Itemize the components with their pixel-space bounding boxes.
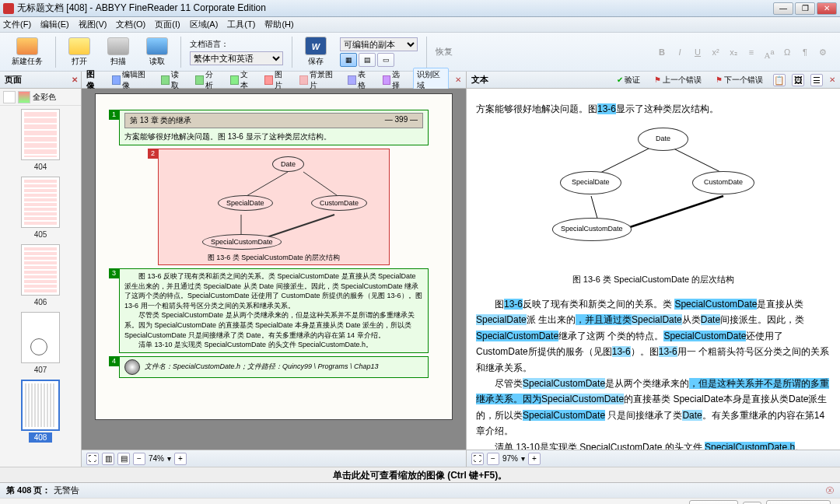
workspace: 页面 ✕ 全彩色 404 405 406 407 408 图像 编辑图像 读取 … [0,72,840,467]
menu-view[interactable]: 视图(V) [79,19,107,30]
status-close-icon[interactable]: ⓧ [826,485,834,496]
prev-error-button[interactable]: ⚑上一个错误 [650,73,705,87]
page-color-icon[interactable] [18,91,30,103]
text-zoom-dropdown-icon[interactable]: ▾ [521,454,525,463]
separator [426,37,427,68]
text-zoom-out-button[interactable]: − [487,453,499,465]
close-button[interactable]: ✕ [817,2,837,15]
options-button[interactable]: ⚙ [815,45,831,59]
thumb-405[interactable]: 405 [3,177,78,240]
minimize-button[interactable]: — [773,2,793,15]
separator [55,37,56,68]
t-node-sd: SpecialDate [560,171,621,194]
expand-button[interactable]: ⛶ [86,453,99,465]
layout-v-button[interactable]: ▤ [117,453,130,465]
zone-4-file[interactable]: 4 文件名：SpecialCustomDate.h；文件路径：Quincy99 … [119,356,429,378]
back-button[interactable]: ≤ [743,502,761,505]
pages-panel: 页面 ✕ 全彩色 404 405 406 407 408 [0,72,82,467]
view-mode-2[interactable]: ▤ [359,53,376,67]
file-line: 文件名：SpecialCustomDate.h；文件路径：Quincy99 \ … [145,362,379,372]
pages-header: 页面 ✕ [0,72,81,89]
scanned-page: 1 第 13 章 类的继承— 399 — 方案能够很好地解决问题。图 13-6 … [95,93,453,420]
zone-2-picture[interactable]: 2 Date SpecialDate CustomDate SpecialCus… [158,149,390,265]
image-viewport[interactable]: 1 第 13 章 类的继承— 399 — 方案能够很好地解决问题。图 13-6 … [82,89,466,450]
zoom-out-button[interactable]: − [133,453,145,465]
new-task-label: 新建任务 [12,56,43,67]
hint-bar[interactable]: 单击此处可查看缩放的图像 (Ctrl 键+F5)。 [0,467,840,482]
sub-button[interactable]: x₂ [726,45,741,59]
language-select[interactable]: 繁体中文和英语 [190,51,283,65]
thumbnails[interactable]: 404 405 406 407 408 [0,106,81,467]
separator [180,37,181,68]
text-fig-caption: 图 13-6 类 SpecialCustomDate 的层次结构 [476,272,831,287]
omega-button[interactable]: Ω [779,45,795,59]
read-icon [146,37,168,55]
text-para2: 图13-6反映了现有类和新类之间的关系。类 SpecialCustomDate是… [476,296,831,376]
zoom-dropdown-icon[interactable]: ▾ [167,454,171,463]
page-tool-1[interactable] [3,91,16,103]
node-scd: SpecialCustomDate [202,234,282,250]
new-task-button[interactable]: 新建任务 [5,35,50,69]
text-zoom-footer: ⛶ − 97% ▾ + [467,450,840,467]
zoom-in-button[interactable]: + [174,453,187,465]
cd-icon [124,359,140,375]
text-close-icon[interactable]: ✕ [829,75,835,84]
layout-select[interactable]: 可编辑的副本 [340,37,418,51]
next-error-button[interactable]: ⚑下一个错误 [712,73,767,87]
window-title: 无标题文档 [408] - ABBYY FineReader 11 Corpor… [17,2,773,15]
menu-document[interactable]: 文档(O) [116,19,145,30]
thumb-num: 406 [29,297,53,307]
verify-button[interactable]: ✔验证 [613,73,644,87]
scan-button[interactable]: 扫描 [100,35,136,69]
svg-line-3 [264,215,334,238]
overflow-button[interactable]: ☰ [810,74,823,86]
layout-h-button[interactable]: ▥ [102,453,114,465]
word-export-button[interactable]: W 保存 [298,35,334,69]
new-task-icon [16,37,38,55]
super-button[interactable]: x² [708,45,723,59]
font-style-button[interactable]: Aa [761,45,777,59]
thumb-404[interactable]: 404 [3,109,78,172]
app-icon [3,3,14,14]
paragraph-button[interactable]: ¶ [797,45,813,59]
zone-1[interactable]: 1 第 13 章 类的继承— 399 — 方案能够很好地解决问题。图 13-6 … [119,110,429,145]
menu-tools[interactable]: 工具(T) [227,19,255,30]
read-button[interactable]: 读取 [139,35,175,69]
next-step-button[interactable]: 下一步(A) > [766,500,831,504]
zoom-value: 74% [149,454,164,463]
underline-button[interactable]: U [690,45,705,59]
language-label: 文档语言： [190,39,283,50]
zone-3[interactable]: 3 图 13-6 反映了现有类和新类之间的关系。类 SpecialCustomD… [119,268,429,353]
menu-edit[interactable]: 编辑(E) [40,19,69,30]
copy-button[interactable]: 📋 [773,74,786,86]
delete-button[interactable]: 删除(D) [689,500,738,504]
thumb-408[interactable]: 408 [3,380,78,443]
status-warn: 无警告 [54,485,79,496]
bold-button[interactable]: B [654,45,670,59]
thumb-407[interactable]: 407 [3,312,78,375]
t-node-date: Date [638,128,688,150]
maximize-button[interactable]: ❐ [795,2,815,15]
format-toolbar: B I U x² x₂ ≡ Aa Ω ¶ ⚙ [649,45,835,59]
menu-page[interactable]: 页面(I) [155,19,180,30]
line1: 方案能够很好地解决问题。图 13-6 显示了这种类层次结构。 [124,131,423,142]
text-content[interactable]: 方案能够很好地解决问题。图13-6显示了这种类层次结构。 Date Specia… [467,89,840,450]
view-mode-3[interactable]: ▭ [377,53,394,67]
picture-button[interactable]: 🖼 [792,74,804,86]
text-expand-button[interactable]: ⛶ [471,453,484,465]
menu-area[interactable]: 区域(A) [190,19,219,30]
image-header: 图像 编辑图像 读取 分析 文本 图片 背景图片 表格 选择 识别区域 ✕ [82,72,466,89]
open-icon [68,37,90,55]
align-button[interactable]: ≡ [744,45,759,59]
italic-button[interactable]: I [672,45,688,59]
menu-help[interactable]: 帮助(H) [264,19,293,30]
node-sd: SpecialDate [218,195,273,211]
menu-file[interactable]: 文件(F) [3,19,31,30]
image-close-icon[interactable]: ✕ [455,75,461,84]
thumb-406[interactable]: 406 [3,244,78,307]
view-mode-1[interactable]: ▦ [340,53,357,67]
pages-close-icon[interactable]: ✕ [72,75,78,84]
text-para3: 尽管类SpecialCustomDate是从两个类继承来的，但是这种关系并不是所… [476,376,831,439]
text-zoom-in-button[interactable]: + [528,453,541,465]
open-button[interactable]: 打开 [61,35,97,69]
